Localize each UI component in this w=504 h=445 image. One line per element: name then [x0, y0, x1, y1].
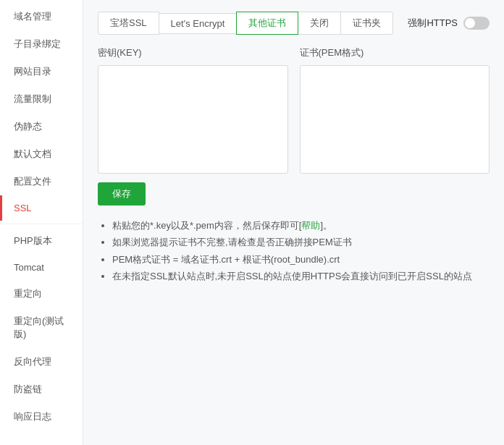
sidebar-item-subdir[interactable]: 子目录绑定: [0, 30, 83, 58]
sidebar-item-redirect-test[interactable]: 重定向(测试版): [0, 308, 83, 348]
sidebar-item-response-log[interactable]: 响应日志: [0, 403, 83, 431]
cert-group: 证书(PEM格式): [300, 46, 490, 174]
sidebar-item-tomcat[interactable]: Tomcat: [0, 255, 83, 280]
force-https-label: 强制HTTPS: [408, 17, 458, 30]
info-list: 粘贴您的*.key以及*.pem内容，然后保存即可[帮助]。 如果浏览器提示证书…: [98, 217, 490, 285]
tabs-row: 宝塔SSL Let's Encrypt 其他证书 关闭 证书夹 强制HTTPS: [98, 12, 490, 35]
sidebar-item-config[interactable]: 配置文件: [0, 168, 83, 195]
sidebar-item-rewrite[interactable]: 伪静态: [0, 113, 83, 140]
key-label: 密钥(KEY): [98, 46, 288, 59]
info-item-0: 粘贴您的*.key以及*.pem内容，然后保存即可[帮助]。: [112, 217, 490, 234]
tab-other-cert[interactable]: 其他证书: [236, 12, 298, 35]
main-content: 宝塔SSL Let's Encrypt 其他证书 关闭 证书夹 强制HTTPS …: [83, 0, 504, 445]
sidebar-item-redirect[interactable]: 重定向: [0, 280, 83, 308]
cert-form-row: 密钥(KEY) 证书(PEM格式): [98, 46, 490, 174]
sidebar-item-php[interactable]: PHP版本: [0, 227, 83, 255]
sidebar-item-default-doc[interactable]: 默认文档: [0, 140, 83, 168]
force-https-toggle-group: 强制HTTPS: [408, 17, 490, 30]
tab-lets-encrypt[interactable]: Let's Encrypt: [159, 13, 238, 34]
sidebar-item-traffic[interactable]: 流量限制: [0, 85, 83, 113]
info-item-3: 在未指定SSL默认站点时,未开启SSL的站点使用HTTPS会直接访问到已开启SS…: [112, 268, 490, 284]
sidebar-item-hotlink[interactable]: 防盗链: [0, 376, 83, 403]
key-textarea[interactable]: [98, 65, 288, 174]
cert-textarea[interactable]: [300, 65, 490, 174]
force-https-toggle[interactable]: [463, 17, 490, 30]
sidebar: 域名管理 子目录绑定 网站目录 流量限制 伪静态 默认文档 配置文件 SSL P…: [0, 0, 83, 445]
tab-baota-ssl[interactable]: 宝塔SSL: [98, 12, 159, 35]
tab-close[interactable]: 关闭: [298, 12, 341, 35]
help-link[interactable]: 帮助: [301, 220, 320, 231]
cert-label: 证书(PEM格式): [300, 46, 490, 59]
divider: [0, 224, 83, 224]
info-item-1: 如果浏览器提示证书不完整,请检查是否正确拼接PEM证书: [112, 234, 490, 250]
sidebar-item-webdir[interactable]: 网站目录: [0, 58, 83, 85]
save-button[interactable]: 保存: [98, 182, 146, 205]
key-group: 密钥(KEY): [98, 46, 288, 174]
sidebar-item-reverse-proxy[interactable]: 反向代理: [0, 348, 83, 376]
info-item-2: PEM格式证书 = 域名证书.crt + 根证书(root_bundle).cr…: [112, 251, 490, 268]
sidebar-item-domain[interactable]: 域名管理: [0, 3, 83, 30]
sidebar-item-ssl[interactable]: SSL: [0, 195, 83, 221]
tab-cert-folder[interactable]: 证书夹: [340, 12, 393, 35]
